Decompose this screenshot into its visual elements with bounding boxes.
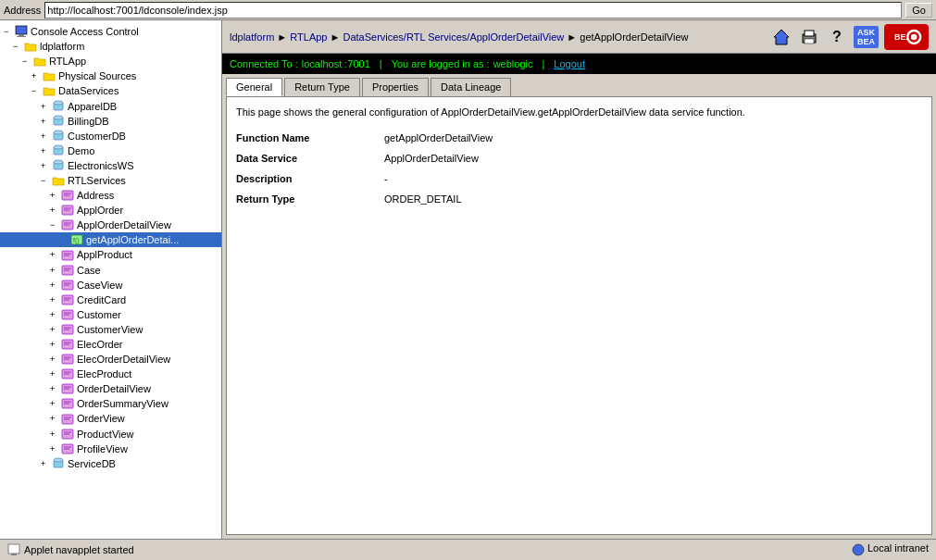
expand-icon-caseview[interactable]: + [50,280,59,290]
info-value: - [384,173,388,184]
expand-icon-elecorderdetailview[interactable]: + [50,355,59,364]
tree-item-customerview[interactable]: +CustomerView [0,322,221,337]
tree-item-demo[interactable]: +Demo [0,143,221,158]
tree-item-applproduct[interactable]: +ApplProduct [0,247,221,262]
address-input[interactable] [44,2,902,19]
folder-icon [43,69,58,82]
svg-point-8 [54,131,63,134]
expand-icon-orderdetailview[interactable]: + [50,384,59,393]
go-button[interactable]: Go [905,3,932,18]
tree-label-rtlapp: RTLApp [49,56,86,67]
tree-item-servicedb[interactable]: +ServiceDB [0,456,221,471]
service-icon [61,204,77,217]
tree-item-elecorderdetailview[interactable]: +ElecOrderDetailView [0,352,221,367]
service-icon [61,353,77,366]
svg-point-4 [54,101,63,105]
tree-item-elecproduct[interactable]: +ElecProduct [0,367,221,381]
tree-item-appareldb[interactable]: +ApparelDB [0,98,221,113]
tree-label-ordersummaryview: OrderSummaryView [77,398,168,409]
tree-item-rtlapp[interactable]: −RTLApp [0,54,221,68]
tree-item-getapplorderdetail[interactable]: f()getApplOrderDetai... [0,232,221,247]
expand-icon-profileview[interactable]: + [50,444,59,454]
expand-icon-demo[interactable]: + [41,146,50,156]
breadcrumb-ldplatform[interactable]: ldplatform [230,31,274,43]
tab-general[interactable]: General [226,78,282,96]
tab-data-lineage[interactable]: Data Lineage [431,78,511,96]
tree-label-demo: Demo [68,145,94,156]
expand-icon-electronicsws[interactable]: + [41,161,50,170]
expand-icon-console-access[interactable]: − [4,27,13,36]
tree-item-physical-sources[interactable]: +Physical Sources [0,68,221,83]
tree-item-customer[interactable]: +Customer [0,307,221,322]
tree-label-electronicsws: ElectronicsWS [68,160,134,171]
logout-link[interactable]: Logout [554,58,585,69]
svg-point-80 [853,544,864,555]
tree-item-electronicsws[interactable]: +ElectronicsWS [0,158,221,173]
connected-label: Connected To : [230,58,298,69]
tab-return-type[interactable]: Return Type [284,78,360,96]
expand-icon-applorder[interactable]: + [50,205,59,215]
expand-icon-customerdb[interactable]: + [41,131,50,141]
tree-label-applorderdetailview: ApplOrderDetailView [77,219,171,230]
expand-icon-physical-sources[interactable]: + [31,71,41,81]
tree-item-address[interactable]: +Address [0,188,221,203]
tree-item-creditcard[interactable]: +CreditCard [0,292,221,307]
expand-icon-case[interactable]: + [50,266,59,275]
expand-icon-customerview[interactable]: + [50,325,59,334]
expand-icon-ordersummaryview[interactable]: + [50,399,59,408]
print-icon[interactable] [798,26,820,48]
home-icon[interactable] [770,26,792,48]
tree-item-ordersummaryview[interactable]: +OrderSummaryView [0,396,221,411]
tree-item-rtlservices[interactable]: −RTLServices [0,173,221,188]
intranet-icon [852,543,865,556]
expand-icon-applproduct[interactable]: + [50,250,59,259]
tree-item-ldplatform[interactable]: −ldplatform [0,39,221,54]
tree-item-productview[interactable]: +ProductView [0,427,221,442]
tree-item-elecorder[interactable]: +ElecOrder [0,337,221,352]
expand-icon-address[interactable]: + [50,191,59,200]
tree-item-caseview[interactable]: +CaseView [0,278,221,292]
tree-label-appareldb: ApparelDB [68,101,117,112]
tab-properties[interactable]: Properties [362,78,429,96]
tree-label-profileview: ProfileView [77,443,128,454]
service-icon [61,442,77,455]
tree-item-applorder[interactable]: +ApplOrder [0,203,221,218]
expand-icon-elecproduct[interactable]: + [50,369,59,379]
tree-item-orderview[interactable]: +OrderView [0,411,221,426]
expand-icon-dataservices[interactable]: − [31,86,41,95]
tree-item-case[interactable]: +Case [0,263,221,278]
help-icon[interactable]: ? [826,26,848,48]
tree-item-dataservices[interactable]: −DataServices [0,83,221,98]
breadcrumb-dataservices[interactable]: DataServices/RTL Services/ApplOrderDetai… [343,31,564,43]
computer-icon [15,25,31,38]
tab-description: This page shows the general configuratio… [236,106,922,118]
expand-icon-billingdb[interactable]: + [41,117,50,126]
tree-item-customerdb[interactable]: +CustomerDB [0,129,221,143]
tree-label-customer: Customer [77,309,121,320]
logged-in-label: You are logged in as : [392,58,490,69]
tree-item-orderdetailview[interactable]: +OrderDetailView [0,381,221,396]
breadcrumb-rtlapp[interactable]: RTLApp [290,31,327,43]
info-label: Function Name [236,132,384,143]
expand-icon-customer[interactable]: + [50,310,59,319]
expand-icon-productview[interactable]: + [50,429,59,439]
expand-icon-ldplatform[interactable]: − [13,42,22,51]
expand-icon-rtlservices[interactable]: − [41,176,50,185]
tree-item-profileview[interactable]: +ProfileView [0,442,221,456]
expand-icon-appareldb[interactable]: + [41,102,50,111]
expand-icon-creditcard[interactable]: + [50,295,59,305]
expand-icon-servicedb[interactable]: + [41,459,50,468]
tree-item-billingdb[interactable]: +BillingDB [0,114,221,129]
tree-item-applorderdetailview[interactable]: −ApplOrderDetailView [0,218,221,232]
svg-marker-68 [774,30,789,44]
status-icon [7,543,20,556]
expand-icon-elecorder[interactable]: + [50,340,59,349]
status-text: Applet navapplet started [24,544,134,555]
tab-bar: GeneralReturn TypePropertiesData Lineage [226,78,932,96]
db-icon [52,457,68,470]
expand-icon-orderview[interactable]: + [50,414,59,423]
info-value: getApplOrderDetailView [384,132,493,143]
tree-item-console-access[interactable]: −Console Access Control [0,24,221,39]
expand-icon-applorderdetailview[interactable]: − [50,220,59,230]
expand-icon-rtlapp[interactable]: − [22,56,31,66]
